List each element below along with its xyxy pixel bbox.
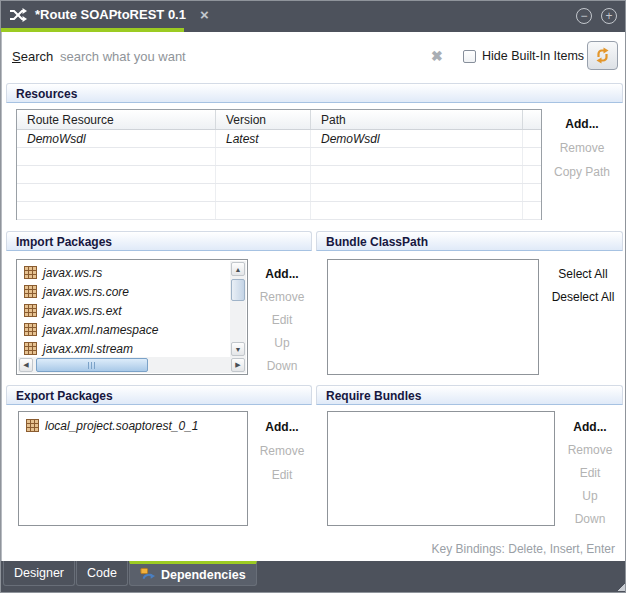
list-item[interactable]: javax.ws.rs xyxy=(17,263,230,282)
thumb-grip xyxy=(88,362,97,369)
search-label: Search xyxy=(12,49,53,64)
table-row[interactable]: DemoWsdl Latest DemoWsdl xyxy=(17,130,541,148)
scroll-up-icon[interactable]: ▲ xyxy=(231,262,245,276)
hide-builtin-label[interactable]: Hide Built-In Items xyxy=(482,49,584,63)
vertical-scrollbar-thumb[interactable] xyxy=(231,279,245,301)
dependencies-content: Search ✖ Hide Built-In Items Resources R… xyxy=(1,32,626,563)
refresh-button[interactable] xyxy=(587,41,618,70)
table-row-empty[interactable] xyxy=(17,148,541,166)
tab-designer[interactable]: Designer xyxy=(3,561,75,586)
editor-tab-title: *Route SOAPtoREST 0.1 xyxy=(35,7,186,22)
cell-extra xyxy=(523,130,541,147)
resources-table: Route Resource Version Path DemoWsdl Lat… xyxy=(16,109,542,220)
resources-remove-button[interactable]: Remove xyxy=(540,136,624,160)
scroll-right-icon[interactable]: ▶ xyxy=(231,358,245,372)
package-icon xyxy=(24,342,37,355)
require-down-button[interactable]: Down xyxy=(556,508,624,531)
editor-tab-route[interactable]: *Route SOAPtoREST 0.1 × xyxy=(1,1,219,28)
import-add-button[interactable]: Add... xyxy=(250,263,314,286)
export-edit-button[interactable]: Edit xyxy=(250,463,314,487)
cell-version: Latest xyxy=(216,130,311,147)
column-extra xyxy=(523,110,541,129)
import-packages-list: javax.ws.rs javax.ws.rs.core javax.ws.rs… xyxy=(16,259,248,375)
export-packages-section-title: Export Packages xyxy=(6,385,312,405)
search-input[interactable] xyxy=(60,45,410,67)
package-icon xyxy=(24,285,37,298)
import-up-button[interactable]: Up xyxy=(250,332,314,355)
table-row-empty[interactable] xyxy=(17,184,541,202)
list-item[interactable]: javax.xml.namespace xyxy=(17,320,230,339)
require-edit-button[interactable]: Edit xyxy=(556,462,624,485)
bundle-classpath-section-title: Bundle ClassPath xyxy=(316,231,623,251)
tab-dependencies-label: Dependencies xyxy=(161,568,246,582)
require-remove-button[interactable]: Remove xyxy=(556,439,624,462)
resize-grip[interactable] xyxy=(618,583,626,591)
table-row-empty[interactable] xyxy=(17,202,541,220)
package-icon xyxy=(24,266,37,279)
scroll-down-icon[interactable]: ▼ xyxy=(231,342,245,356)
resources-add-button[interactable]: Add... xyxy=(540,112,624,136)
require-up-button[interactable]: Up xyxy=(556,485,624,508)
sync-arrows-icon xyxy=(594,47,611,64)
require-bundles-list[interactable] xyxy=(327,411,555,526)
resources-table-header: Route Resource Version Path xyxy=(17,110,541,130)
tab-dependencies[interactable]: Dependencies xyxy=(129,561,257,586)
dependencies-view-window: *Route SOAPtoREST 0.1 × − + Search ✖ Hid… xyxy=(0,0,626,593)
tab-code[interactable]: Code xyxy=(76,561,128,586)
cell-path: DemoWsdl xyxy=(311,130,523,147)
list-item[interactable]: javax.xml.stream xyxy=(17,339,230,357)
import-packages-section-title: Import Packages xyxy=(6,231,312,251)
bundle-deselect-all-button[interactable]: Deselect All xyxy=(541,286,625,309)
resources-section-title: Resources xyxy=(6,83,623,103)
package-icon xyxy=(26,419,39,432)
require-add-button[interactable]: Add... xyxy=(556,416,624,439)
import-remove-button[interactable]: Remove xyxy=(250,286,314,309)
hide-builtin-checkbox[interactable] xyxy=(463,50,476,63)
cell-route-resource: DemoWsdl xyxy=(17,130,216,147)
package-icon xyxy=(24,323,37,336)
tab-close-icon[interactable]: × xyxy=(200,7,209,22)
scroll-left-icon[interactable]: ◀ xyxy=(19,358,33,372)
view-tab-bar: Designer Code Dependencies xyxy=(1,561,626,592)
maximize-button[interactable]: + xyxy=(601,8,617,24)
column-route-resource[interactable]: Route Resource xyxy=(17,110,216,129)
dependencies-icon xyxy=(140,567,155,582)
horizontal-scrollbar-thumb[interactable] xyxy=(36,358,148,372)
export-packages-list: local_project.soaptorest_0_1 xyxy=(18,411,248,526)
import-edit-button[interactable]: Edit xyxy=(250,309,314,332)
bundle-select-all-button[interactable]: Select All xyxy=(541,263,625,286)
table-row-empty[interactable] xyxy=(17,166,541,184)
list-item[interactable]: javax.ws.rs.ext xyxy=(17,301,230,320)
resources-copy-path-button[interactable]: Copy Path xyxy=(540,160,624,184)
export-add-button[interactable]: Add... xyxy=(250,415,314,439)
minimize-button[interactable]: − xyxy=(576,8,592,24)
horizontal-scrollbar[interactable]: ◀ ▶ xyxy=(18,357,246,373)
column-version[interactable]: Version xyxy=(216,110,311,129)
export-remove-button[interactable]: Remove xyxy=(250,439,314,463)
import-down-button[interactable]: Down xyxy=(250,355,314,378)
bundle-classpath-list[interactable] xyxy=(327,259,539,375)
require-bundles-section-title: Require Bundles xyxy=(316,385,623,405)
key-bindings-hint: Key Bindings: Delete, Insert, Enter xyxy=(432,542,615,556)
list-item[interactable]: javax.ws.rs.core xyxy=(17,282,230,301)
clear-search-icon[interactable]: ✖ xyxy=(431,48,443,64)
vertical-scrollbar[interactable]: ▲ ▼ xyxy=(230,261,246,357)
column-path[interactable]: Path xyxy=(311,110,523,129)
package-icon xyxy=(24,304,37,317)
route-icon xyxy=(9,6,27,24)
editor-tab-bar: *Route SOAPtoREST 0.1 × − + xyxy=(1,1,626,32)
list-item[interactable]: local_project.soaptorest_0_1 xyxy=(19,416,247,435)
